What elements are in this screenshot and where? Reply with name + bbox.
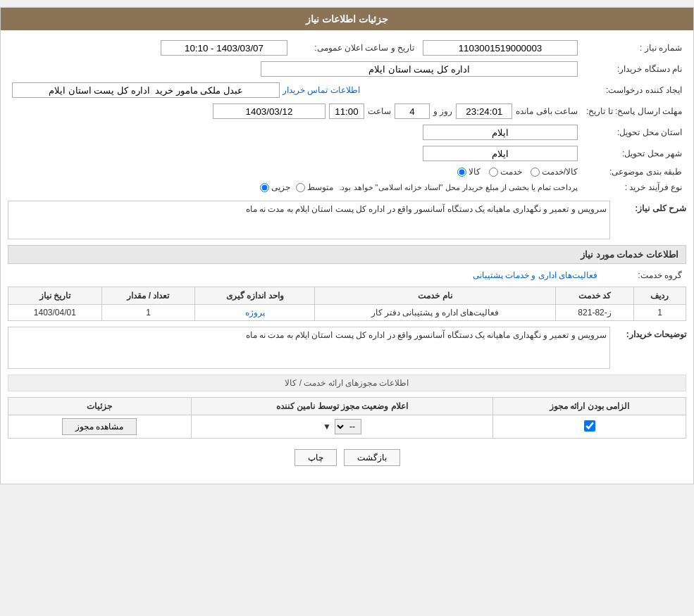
radio-kala-khadamat-input[interactable]: [531, 168, 540, 177]
shomara-input[interactable]: [423, 40, 578, 56]
nooe-notice: پرداخت تمام یا بخشی از مبلغ خریدار محل "…: [339, 183, 578, 192]
buyer-desc-label: توضیحات خریدار:: [616, 329, 686, 339]
main-content: شماره نیاز : تاریخ و ساعت اعلان عمومی: ن…: [1, 30, 693, 484]
buyer-desc-value: سرویس و تعمیر و نگهداری ماهیانه یک دستگا…: [8, 327, 610, 369]
view-permit-btn[interactable]: مشاهده مجوز: [62, 418, 137, 435]
cell-radif: 1: [633, 305, 686, 321]
tarikh-label: تاریخ و ساعت اعلان عمومی:: [292, 37, 419, 58]
shomara-label: شماره نیاز :: [582, 37, 686, 58]
garoh-table: گروه خدمت: فعالیت‌های اداری و خدمات پشتی…: [8, 268, 686, 283]
ostan-label: استان محل تحویل:: [582, 122, 686, 143]
ostan-cell: [8, 122, 582, 143]
col-radif: ردیف: [633, 287, 686, 305]
nooe-cell: پرداخت تمام یا بخشی از مبلغ خریدار محل "…: [8, 180, 582, 195]
nam-dastgah-cell: [8, 58, 582, 80]
tarikh-input[interactable]: [161, 40, 287, 56]
permit-section-divider: اطلاعات مجوزهای ارائه خدمت / کالا: [8, 375, 686, 391]
table-row: 1 ز-82-821 فعالیت‌های اداره و پشتیبانی د…: [8, 305, 686, 321]
cell-vahed: پروژه: [195, 305, 315, 321]
nam-dastgah-label: نام دستگاه خریدار:: [582, 58, 686, 80]
radio-jozi[interactable]: جزیی: [260, 182, 290, 192]
sharh-label: شرح کلی نیاز:: [616, 203, 686, 213]
ijad-cell: اطلاعات تماس خریدار: [8, 80, 582, 101]
mande-label: ساعت باقی مانده: [516, 106, 578, 116]
radio-kala[interactable]: کالا: [457, 167, 481, 177]
saat-label: ساعت: [368, 106, 391, 116]
radio-kala-khadamat[interactable]: کالا/خدمت: [531, 167, 578, 177]
mohlat-cell: ساعت باقی مانده روز و ساعت: [8, 101, 582, 122]
tasnif-cell: کالا/خدمت خدمت کالا: [8, 164, 582, 180]
sharh-value: سرویس و تعمیر و نگهداری ماهیانه یک دستگا…: [8, 201, 610, 239]
col-nam: نام خدمت: [315, 287, 556, 305]
sharh-row: شرح کلی نیاز: سرویس و تعمیر و نگهداری ما…: [8, 201, 686, 239]
garoh-cell: فعالیت‌های اداری و خدمات پشتیبانی: [8, 268, 602, 283]
khadamat-label: خدمت: [500, 167, 522, 177]
khadamat-section-header: اطلاعات خدمات مورد نیاز: [8, 245, 686, 264]
cell-tedad: 1: [101, 305, 195, 321]
garoh-label: گروه خدمت:: [602, 268, 686, 283]
permit-elam-select[interactable]: --: [335, 419, 361, 434]
radio-motovaset[interactable]: متوسط: [296, 182, 333, 192]
mohlat-date-input[interactable]: [213, 103, 326, 119]
radio-khadamat[interactable]: خدمت: [489, 167, 522, 177]
tasnif-label: طبقه بندی موضوعی:: [582, 164, 686, 180]
col-code: کد خدمت: [556, 287, 634, 305]
saat-input[interactable]: [329, 103, 364, 119]
shomara-value-cell: [419, 37, 582, 58]
rooz-label: روز و: [433, 106, 452, 116]
cell-code: ز-82-821: [556, 305, 634, 321]
page-wrapper: جزئیات اطلاعات نیاز شماره نیاز : تاریخ و…: [0, 7, 694, 484]
tarikh-value-cell: [8, 37, 292, 58]
kala-khadamat-label: کالا/خدمت: [542, 167, 578, 177]
etelaat-tamas-link[interactable]: اطلاعات تماس خریدار: [283, 85, 360, 95]
chevron-icon: ▼: [323, 422, 331, 432]
radio-kala-input[interactable]: [457, 168, 466, 177]
col-tedad: تعداد / مقدار: [101, 287, 195, 305]
permit-row: -- ▼ مشاهده مجوز: [8, 415, 686, 439]
khadamat-table: ردیف کد خدمت نام خدمت واحد اندازه گیری ت…: [8, 287, 686, 321]
shahr-input[interactable]: [423, 146, 578, 161]
permit-elam-cell: -- ▼: [191, 415, 493, 439]
permit-table: الزامی بودن ارائه مجوز اعلام وضعیت مجوز …: [8, 397, 686, 439]
permit-col-joziyat: جزئیات: [8, 398, 192, 415]
cell-tarikh: 1403/04/01: [8, 305, 102, 321]
ostan-input[interactable]: [423, 125, 578, 140]
buyer-desc-row: توضیحات خریدار: سرویس و تعمیر و نگهداری …: [8, 327, 686, 369]
nooe-label: نوع فرآیند خرید :: [582, 180, 686, 195]
ijad-label: ایجاد کننده درخواست:: [582, 80, 686, 101]
rooz-input[interactable]: [395, 103, 430, 119]
shahr-label: شهر محل تحویل:: [582, 143, 686, 164]
kala-label: کالا: [469, 167, 481, 177]
print-button[interactable]: چاپ: [295, 449, 337, 466]
info-table: شماره نیاز : تاریخ و ساعت اعلان عمومی: ن…: [8, 37, 686, 195]
permit-col-elam: اعلام وضعیت مجوز توسط نامین کننده: [191, 398, 493, 415]
buttons-row: بازگشت چاپ: [8, 449, 686, 466]
jozi-label: جزیی: [271, 182, 290, 192]
garoh-value-link[interactable]: فعالیت‌های اداری و خدمات پشتیبانی: [473, 270, 597, 280]
permit-joziyat-cell: مشاهده مجوز: [8, 415, 192, 439]
page-header: جزئیات اطلاعات نیاز: [1, 8, 693, 30]
radio-motovaset-input[interactable]: [296, 183, 305, 192]
permit-col-elzami: الزامی بودن ارائه مجوز: [493, 398, 686, 415]
nam-dastgah-input[interactable]: [261, 61, 578, 77]
col-vahed: واحد اندازه گیری: [195, 287, 315, 305]
page-title: جزئیات اطلاعات نیاز: [306, 13, 388, 25]
permit-elzami-checkbox[interactable]: [584, 420, 595, 432]
mande-input[interactable]: [456, 103, 512, 119]
shahr-cell: [8, 143, 582, 164]
radio-jozi-input[interactable]: [260, 183, 269, 192]
ijad-input[interactable]: [12, 82, 280, 98]
back-button[interactable]: بازگشت: [344, 449, 400, 466]
col-tarikh: تاریخ نیاز: [8, 287, 102, 305]
radio-khadamat-input[interactable]: [489, 168, 498, 177]
mohlat-label: مهلت ارسال پاسخ: تا تاریخ:: [582, 101, 686, 122]
cell-nam: فعالیت‌های اداره و پشتیبانی دفتر کار: [315, 305, 556, 321]
motovaset-label: متوسط: [307, 182, 333, 192]
permit-elzami-cell: [493, 415, 686, 439]
